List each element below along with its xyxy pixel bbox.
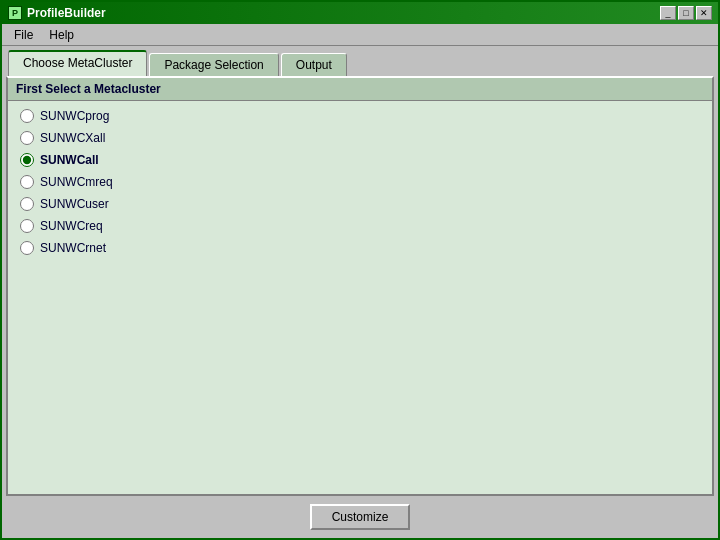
radio-item-sunwcrnet[interactable]: SUNWCrnet bbox=[20, 241, 700, 255]
radio-label-sunwcuser: SUNWCuser bbox=[40, 197, 109, 211]
minimize-button[interactable]: _ bbox=[660, 6, 676, 20]
radio-item-sunwcreq[interactable]: SUNWCreq bbox=[20, 219, 700, 233]
radio-item-sunwcuser[interactable]: SUNWCuser bbox=[20, 197, 700, 211]
tab-choose-metacluster[interactable]: Choose MetaCluster bbox=[8, 50, 147, 76]
tab-package-selection[interactable]: Package Selection bbox=[149, 53, 278, 76]
tab-output[interactable]: Output bbox=[281, 53, 347, 76]
customize-button[interactable]: Customize bbox=[310, 504, 411, 530]
radio-sunwcall[interactable] bbox=[20, 153, 34, 167]
help-menu[interactable]: Help bbox=[41, 26, 82, 44]
radio-list: SUNWCprog SUNWCXall SUNWCall SUNWCmreq S… bbox=[8, 101, 712, 494]
close-button[interactable]: ✕ bbox=[696, 6, 712, 20]
title-bar: P ProfileBuilder _ □ ✕ bbox=[2, 2, 718, 24]
file-menu[interactable]: File bbox=[6, 26, 41, 44]
radio-sunwcuser[interactable] bbox=[20, 197, 34, 211]
radio-item-sunwcall[interactable]: SUNWCall bbox=[20, 153, 700, 167]
radio-label-sunwcreq: SUNWCreq bbox=[40, 219, 103, 233]
radio-sunwcxall[interactable] bbox=[20, 131, 34, 145]
radio-item-sunwcprog[interactable]: SUNWCprog bbox=[20, 109, 700, 123]
window-controls: _ □ ✕ bbox=[660, 6, 712, 20]
radio-label-sunwcxall: SUNWCXall bbox=[40, 131, 105, 145]
radio-label-sunwcmreq: SUNWCmreq bbox=[40, 175, 113, 189]
main-window: P ProfileBuilder _ □ ✕ File Help Choose … bbox=[0, 0, 720, 540]
radio-sunwcmreq[interactable] bbox=[20, 175, 34, 189]
menubar: File Help bbox=[2, 24, 718, 46]
radio-item-sunwcmreq[interactable]: SUNWCmreq bbox=[20, 175, 700, 189]
radio-label-sunwcrnet: SUNWCrnet bbox=[40, 241, 106, 255]
radio-label-sunwcprog: SUNWCprog bbox=[40, 109, 109, 123]
radio-sunwcreq[interactable] bbox=[20, 219, 34, 233]
radio-sunwcrnet[interactable] bbox=[20, 241, 34, 255]
radio-label-sunwcall: SUNWCall bbox=[40, 153, 99, 167]
section-header: First Select a Metacluster bbox=[8, 78, 712, 101]
radio-item-sunwcxall[interactable]: SUNWCXall bbox=[20, 131, 700, 145]
window-title: ProfileBuilder bbox=[27, 6, 106, 20]
bottom-bar: Customize bbox=[2, 496, 718, 538]
maximize-button[interactable]: □ bbox=[678, 6, 694, 20]
app-icon: P bbox=[8, 6, 22, 20]
content-area: First Select a Metacluster SUNWCprog SUN… bbox=[6, 76, 714, 496]
title-bar-left: P ProfileBuilder bbox=[8, 6, 106, 20]
radio-sunwcprog[interactable] bbox=[20, 109, 34, 123]
tabs-bar: Choose MetaCluster Package Selection Out… bbox=[2, 46, 718, 76]
